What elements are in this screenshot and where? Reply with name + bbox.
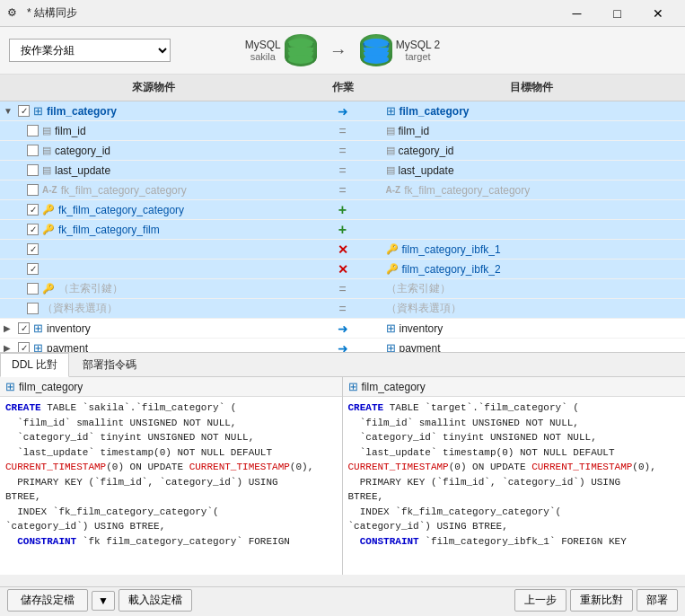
ddl-right-content[interactable]: CREATE TABLE `target`.`film_category` ( …	[343, 397, 686, 575]
compare-button[interactable]: 重新比對	[570, 589, 633, 612]
table-row[interactable]: ▤ film_id = ▤ film_id	[0, 121, 685, 141]
key-icon: 🔑	[386, 263, 399, 275]
column-headers: 來源物件 作業 目標物件	[0, 75, 685, 101]
table-icon: ⊞	[386, 104, 396, 118]
checkbox[interactable]	[27, 243, 39, 255]
op-eq-icon: =	[338, 144, 346, 158]
az-icon: A-Z	[386, 185, 401, 195]
table-row[interactable]: ✕ 🔑 film_category_ibfk_2	[0, 260, 685, 279]
col-icon: ▤	[42, 145, 51, 156]
checkbox[interactable]	[27, 204, 39, 216]
key-gray-icon: 🔑	[42, 283, 55, 295]
ddl-right-title: ⊞ film_category	[343, 377, 686, 397]
checkbox[interactable]	[18, 342, 30, 353]
source-name: fk_film_category_category	[61, 184, 187, 197]
load-config-button[interactable]: 載入設定檔	[119, 589, 192, 612]
toolbar: 按作業分組 MySQL sakila → MySQL 2 target	[0, 27, 685, 75]
source-db-label: MySQL	[245, 39, 281, 51]
object-list[interactable]: ▼ ⊞ film_category ➜ ⊞ film_category ▤ fi…	[0, 101, 685, 353]
key-icon: 🔑	[386, 243, 399, 255]
table-row[interactable]: ▼ ⊞ film_category ➜ ⊞ film_category	[0, 101, 685, 121]
arrow-icon: →	[329, 40, 347, 61]
back-button[interactable]: 上一步	[514, 589, 566, 612]
table-row[interactable]: ▤ category_id = ▤ category_id	[0, 141, 685, 161]
table-row[interactable]: ▶ ⊞ payment ➜ ⊞ payment	[0, 339, 685, 353]
svg-point-1	[288, 55, 313, 64]
group-select[interactable]: 按作業分組	[9, 39, 171, 62]
minimize-button[interactable]: ─	[557, 0, 597, 27]
window-title: * 結構同步	[27, 5, 557, 21]
table-row[interactable]: ▤ last_update = ▤ last_update	[0, 161, 685, 180]
target-db-icon	[360, 34, 392, 66]
svg-point-3	[364, 55, 389, 64]
source-name: film_id	[55, 125, 86, 137]
target-name: payment	[400, 342, 441, 354]
table-row[interactable]: 🔑 （主索引鍵） = （主索引鍵）	[0, 279, 685, 299]
checkbox[interactable]	[27, 263, 39, 275]
target-name: film_category	[400, 105, 470, 118]
ddl-left-content[interactable]: CREATE TABLE `sakila`.`film_category` ( …	[0, 397, 342, 575]
table-icon: ⊞	[348, 380, 358, 393]
expand-arrow[interactable]: ▼	[4, 106, 14, 116]
target-name: category_id	[399, 145, 454, 157]
source-name: last_update	[55, 164, 110, 177]
tab-ddl[interactable]: DDL 比對	[0, 353, 69, 377]
op-arrow-icon: ➜	[338, 104, 348, 119]
op-cross-icon: ✕	[338, 242, 348, 257]
table-icon: ⊞	[33, 104, 43, 118]
source-name: （主索引鍵）	[58, 281, 123, 296]
col-icon: ▤	[386, 145, 395, 156]
checkbox[interactable]	[18, 322, 30, 334]
checkbox[interactable]	[27, 145, 39, 156]
checkbox[interactable]	[27, 224, 39, 235]
op-eq-icon: =	[338, 124, 346, 138]
table-row[interactable]: 🔑 fk_film_category_category +	[0, 200, 685, 220]
checkbox[interactable]	[18, 105, 30, 117]
maximize-button[interactable]: □	[597, 0, 637, 27]
col-icon: ▤	[42, 125, 51, 136]
table-icon: ⊞	[386, 341, 396, 353]
save-config-button[interactable]: 儲存設定檔	[7, 589, 88, 612]
table-row[interactable]: 🔑 fk_film_category_film +	[0, 220, 685, 240]
checkbox[interactable]	[27, 184, 39, 196]
deploy-button[interactable]: 部署	[637, 589, 678, 612]
table-icon: ⊞	[386, 321, 396, 335]
table-row[interactable]: ✕ 🔑 film_category_ibfk_1	[0, 240, 685, 260]
table-row[interactable]: A-Z fk_film_category_category = A-Z fk_f…	[0, 180, 685, 200]
checkbox[interactable]	[27, 125, 39, 136]
table-icon: ⊞	[33, 341, 43, 353]
target-db-name: target	[405, 51, 430, 62]
target-name: last_update	[399, 164, 454, 177]
expand-arrow[interactable]: ▶	[4, 323, 14, 333]
source-name: category_id	[55, 145, 110, 157]
tab-deploy[interactable]: 部署指令碼	[71, 353, 148, 376]
target-name: inventory	[400, 322, 443, 335]
expand-arrow[interactable]: ▶	[4, 343, 14, 353]
checkbox[interactable]	[27, 283, 39, 295]
source-name: payment	[47, 342, 88, 354]
target-db-label: MySQL 2	[396, 39, 441, 51]
op-cross-icon: ✕	[338, 262, 348, 277]
ddl-right-panel: ⊞ film_category CREATE TABLE `target`.`f…	[343, 377, 686, 575]
source-db-group: MySQL sakila	[245, 39, 281, 62]
checkbox[interactable]	[27, 303, 39, 314]
target-name: （資料表選項）	[386, 301, 461, 316]
close-button[interactable]: ✕	[637, 0, 678, 27]
svg-point-2	[364, 39, 389, 48]
target-name: （主索引鍵）	[386, 281, 451, 296]
col-icon: ▤	[386, 164, 395, 176]
source-name: film_category	[47, 105, 117, 118]
op-plus-icon: +	[338, 222, 347, 238]
table-icon: ⊞	[33, 321, 43, 335]
save-config-arrow-button[interactable]: ▼	[92, 591, 115, 611]
ddl-left-title: ⊞ film_category	[0, 377, 342, 397]
table-row[interactable]: （資料表選項） = （資料表選項）	[0, 299, 685, 319]
op-arrow-icon: ➜	[338, 321, 348, 336]
checkbox[interactable]	[27, 164, 39, 176]
source-name: inventory	[47, 322, 91, 335]
bottom-bar: 儲存設定檔 ▼ 載入設定檔 上一步 重新比對 部署	[0, 586, 685, 613]
op-header: 作業	[307, 78, 379, 97]
col-icon: ▤	[386, 125, 395, 136]
op-eq-icon: =	[338, 282, 346, 296]
table-row[interactable]: ▶ ⊞ inventory ➜ ⊞ inventory	[0, 319, 685, 339]
